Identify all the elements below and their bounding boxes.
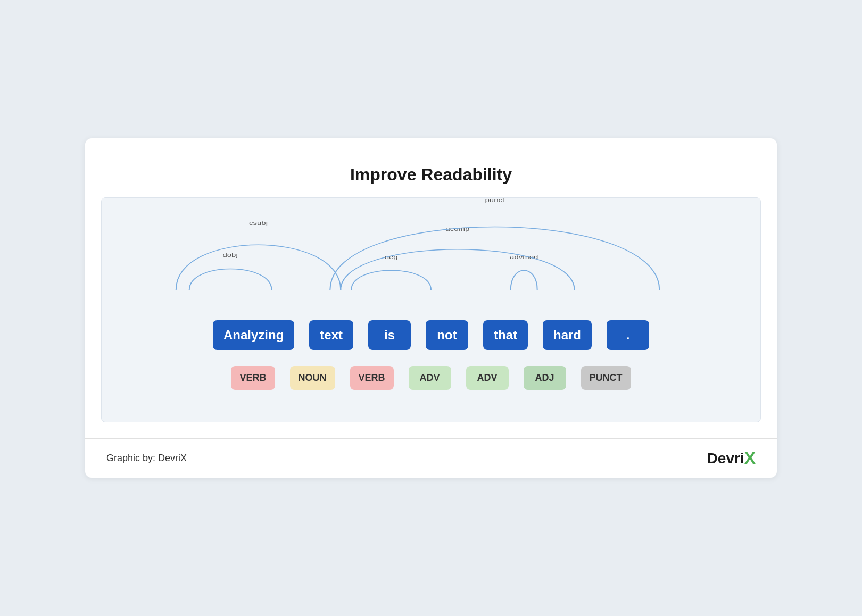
word-analyzing: Analyzing [213,320,294,350]
word-text: text [309,320,353,350]
word-is: is [368,320,411,350]
words-row: Analyzing text is not that hard . [118,320,744,350]
footer-bar: Graphic by: DevriX Devri X [85,438,777,478]
outer-card: Improve Readability dobj csubj neg advmo… [85,138,777,478]
pos-punct-1: PUNCT [581,366,631,390]
pos-tags-row: VERB NOUN VERB ADV ADV ADJ PUNCT [118,366,744,390]
word-hard: hard [543,320,592,350]
arc-punct [330,227,659,290]
pos-verb-2: VERB [350,366,394,390]
arc-label-dobj: dobj [222,252,237,259]
arc-label-punct: punct [485,196,504,203]
arc-label-advmod: advmod [510,254,538,261]
page-title: Improve Readability [106,165,756,185]
logo-text-main: Devri [707,450,744,467]
arc-acomp [341,249,574,290]
footer-credit: Graphic by: DevriX [106,453,187,464]
word-period: . [607,320,649,350]
arc-advmod [511,270,537,290]
arc-label-neg: neg [385,254,398,261]
word-not: not [426,320,468,350]
word-that: that [483,320,528,350]
pos-verb-1: VERB [231,366,275,390]
arc-csubj [176,245,341,290]
pos-noun-1: NOUN [290,366,335,390]
arc-label-acomp: acomp [445,226,469,232]
arc-label-csubj: csubj [249,220,268,227]
arc-dobj [189,269,272,289]
logo: Devri X [707,448,756,468]
pos-adj-1: ADJ [524,366,566,390]
title-section: Improve Readability [85,154,777,197]
pos-adv-2: ADV [466,366,509,390]
pos-adv-1: ADV [409,366,451,390]
logo-x: X [744,448,756,468]
diagram-card: dobj csubj neg advmod acomp punct Analyz… [101,197,761,422]
arc-neg [351,270,431,290]
